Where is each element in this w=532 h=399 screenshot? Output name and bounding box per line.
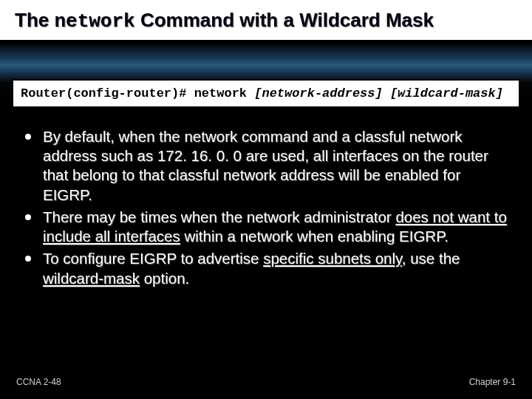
text-run: specific subnets only — [263, 250, 402, 267]
list-item: To configure EIGRP to advertise specific… — [22, 249, 510, 287]
bullet-icon — [25, 134, 31, 140]
slide-title: The network Command with a Wildcard Mask — [0, 0, 532, 40]
command-box: Router(config-router)# network [network-… — [12, 79, 520, 108]
title-mono: network — [54, 10, 134, 33]
text-run: option. — [140, 270, 189, 287]
text-run: By default, when the network command and… — [43, 128, 488, 203]
text-run: There may be times when the network admi… — [43, 208, 395, 225]
text-run: To configure EIGRP to advertise — [43, 250, 263, 267]
text-run: wildcard-mask — [43, 270, 140, 287]
footer: CCNA 2-48 Chapter 9-1 — [0, 377, 532, 387]
footer-left: CCNA 2-48 — [16, 377, 61, 387]
content-area: By default, when the network command and… — [0, 108, 532, 288]
title-pre: The — [15, 9, 54, 31]
text-run: within a network when enabling EIGRP. — [180, 228, 449, 245]
command-args: [network-address] [wildcard-mask] — [254, 86, 503, 100]
footer-right: Chapter 9-1 — [469, 377, 516, 387]
bullet-icon — [25, 214, 31, 220]
title-post: Command with a Wildcard Mask — [135, 9, 434, 31]
bullet-list: By default, when the network command and… — [22, 127, 510, 288]
list-item: There may be times when the network admi… — [22, 208, 510, 246]
list-item: By default, when the network command and… — [22, 127, 510, 205]
bullet-icon — [25, 256, 31, 262]
gradient-band — [0, 42, 532, 83]
text-run: , use the — [402, 250, 460, 267]
command-prompt: Router(config-router)# network — [21, 86, 254, 100]
